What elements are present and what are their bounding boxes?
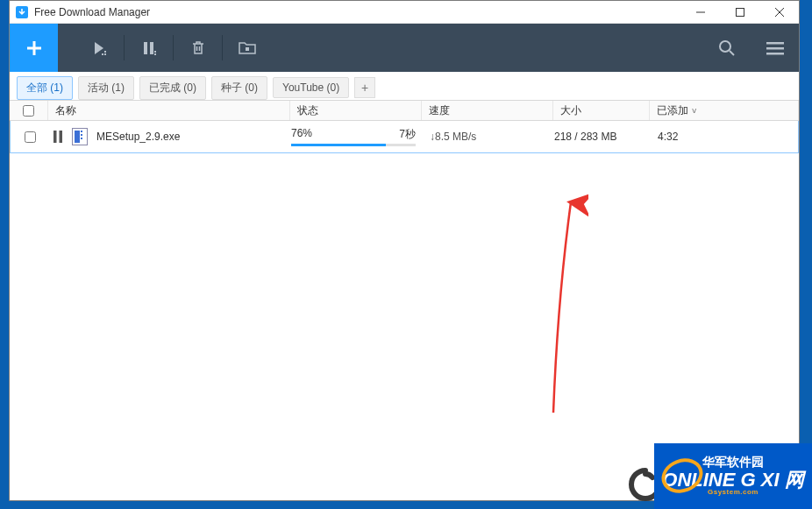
tab-active[interactable]: 活动 (1) (78, 76, 134, 100)
progress-percent: 76% (291, 127, 312, 142)
svg-rect-19 (766, 47, 784, 50)
row-size: 218 / 283 MB (554, 131, 651, 143)
pause-icon[interactable] (49, 131, 67, 143)
svg-rect-24 (75, 131, 80, 143)
file-type-icon (67, 128, 93, 145)
svg-rect-15 (246, 47, 249, 51)
svg-line-17 (730, 51, 734, 55)
annotation-arrow (536, 194, 588, 421)
svg-rect-9 (150, 42, 153, 54)
svg-rect-7 (102, 53, 103, 55)
download-list: MESetup_2.9.exe 76% 7秒 ↓8.5 MB/s 218 / 2… (10, 121, 799, 153)
filter-tabs: 全部 (1) 活动 (1) 已完成 (0) 种子 (0) YouTube (0)… (10, 72, 799, 100)
header-status[interactable]: 状态 (290, 101, 422, 120)
svg-rect-25 (81, 131, 82, 132)
search-button[interactable] (702, 24, 751, 72)
delete-button[interactable] (174, 24, 222, 72)
svg-rect-20 (766, 53, 784, 55)
svg-rect-22 (60, 131, 63, 143)
svg-rect-5 (104, 51, 106, 53)
tab-completed[interactable]: 已完成 (0) (139, 76, 206, 100)
svg-rect-2 (736, 8, 744, 16)
sort-caret-icon: ⅴ (692, 106, 696, 115)
header-checkbox[interactable] (10, 101, 48, 120)
header-added[interactable]: 已添加ⅴ (650, 101, 799, 120)
watermark: 华军软件园 ONLINE G XI 网 Gsystem.com (654, 443, 812, 509)
tab-youtube[interactable]: YouTube (0) (273, 77, 349, 98)
row-speed: ↓8.5 MB/s (423, 131, 554, 143)
svg-rect-11 (154, 53, 156, 55)
tab-torrents[interactable]: 种子 (0) (211, 76, 267, 100)
app-icon (15, 5, 29, 19)
folder-button[interactable] (223, 24, 271, 72)
row-added: 4:32 (651, 131, 798, 143)
pause-all-button[interactable] (125, 24, 173, 72)
toolbar (10, 24, 799, 72)
svg-rect-21 (53, 131, 57, 143)
app-title: Free Download Manager (34, 6, 680, 18)
add-tab-button[interactable]: + (354, 77, 375, 98)
add-download-button[interactable] (10, 24, 58, 72)
file-name: MESetup_2.9.exe (93, 131, 291, 143)
download-row[interactable]: MESetup_2.9.exe 76% 7秒 ↓8.5 MB/s 218 / 2… (11, 121, 798, 152)
svg-rect-26 (81, 134, 82, 136)
row-status: 76% 7秒 (291, 127, 423, 146)
svg-rect-10 (154, 51, 156, 53)
svg-rect-8 (144, 42, 147, 54)
header-size[interactable]: 大小 (553, 101, 650, 120)
row-checkbox[interactable] (11, 131, 49, 143)
svg-rect-18 (766, 42, 784, 45)
progress-bar (291, 144, 416, 146)
svg-rect-6 (104, 53, 106, 55)
menu-button[interactable] (751, 24, 799, 72)
close-button[interactable] (759, 1, 799, 24)
minimize-button[interactable] (680, 1, 720, 24)
maximize-button[interactable] (720, 1, 759, 24)
tab-all[interactable]: 全部 (1) (17, 76, 73, 100)
start-all-button[interactable] (75, 24, 124, 72)
titlebar: Free Download Manager (10, 1, 799, 24)
header-name[interactable]: 名称 (48, 101, 290, 120)
svg-rect-27 (81, 138, 82, 139)
app-window: Free Download Manager 全 (9, 0, 800, 501)
column-headers: 名称 状态 速度 大小 已添加ⅴ (10, 100, 799, 121)
header-speed[interactable]: 速度 (422, 101, 553, 120)
svg-point-16 (720, 41, 730, 52)
progress-eta: 7秒 (399, 127, 416, 142)
